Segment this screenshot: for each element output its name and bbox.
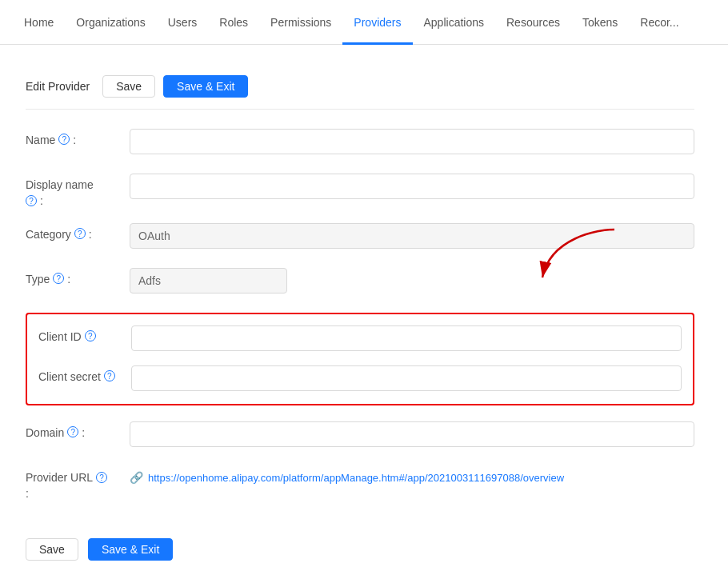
nav-item-roles[interactable]: Roles xyxy=(208,0,259,45)
provider-url-link[interactable]: https://openhome.alipay.com/platform/app… xyxy=(148,472,564,484)
client-secret-label: Client secret ? xyxy=(27,365,131,383)
form-row-provider-url: Provider URL ? : 🔗 https://openhome.alip… xyxy=(26,466,694,500)
name-input[interactable] xyxy=(130,129,694,154)
domain-input[interactable] xyxy=(130,421,694,447)
edit-provider-bar: Edit Provider Save Save & Exit xyxy=(26,64,694,110)
nav-item-records[interactable]: Recor... xyxy=(629,0,690,45)
type-input[interactable] xyxy=(130,268,287,293)
category-input[interactable] xyxy=(130,223,694,249)
provider-url-help-icon[interactable]: ? xyxy=(96,472,107,483)
name-label: Name ? : xyxy=(26,129,130,146)
form-row-client-id: Client ID ? xyxy=(27,325,682,354)
display-name-label: Display name ? : xyxy=(26,174,130,207)
client-credentials-section: Client ID ? Client secret ? xyxy=(26,313,694,405)
form-row-type: Type ? : xyxy=(26,268,694,297)
display-name-help-icon[interactable]: ? xyxy=(26,195,37,206)
nav-item-users[interactable]: Users xyxy=(157,0,209,45)
client-id-help-icon[interactable]: ? xyxy=(85,330,96,341)
client-id-input[interactable] xyxy=(131,325,682,351)
type-label: Type ? : xyxy=(26,268,130,286)
domain-label: Domain ? : xyxy=(26,421,130,439)
nav-item-providers[interactable]: Providers xyxy=(342,0,412,45)
save-exit-button-top[interactable]: Save & Exit xyxy=(163,75,248,98)
nav-item-permissions[interactable]: Permissions xyxy=(259,0,342,45)
link-icon: 🔗 xyxy=(130,471,143,484)
nav-item-home[interactable]: Home xyxy=(13,0,65,45)
top-navigation: Home Organizations Users Roles Permissio… xyxy=(0,0,728,45)
display-name-input[interactable] xyxy=(130,174,694,199)
form-row-category: Category ? : xyxy=(26,223,694,252)
form-row-name: Name ? : xyxy=(26,129,694,158)
form-row-display-name: Display name ? : xyxy=(26,174,694,207)
domain-help-icon[interactable]: ? xyxy=(67,426,78,437)
provider-url-label: Provider URL ? : xyxy=(26,466,130,500)
form-row-domain: Domain ? : xyxy=(26,421,694,450)
save-exit-button-bottom[interactable]: Save & Exit xyxy=(88,538,173,561)
name-help-icon[interactable]: ? xyxy=(58,134,70,145)
provider-url-value: 🔗 https://openhome.alipay.com/platform/a… xyxy=(130,466,694,484)
client-secret-input[interactable] xyxy=(131,365,682,391)
category-help-icon[interactable]: ? xyxy=(74,228,86,239)
form-row-client-secret: Client secret ? xyxy=(27,365,682,394)
nav-item-tokens[interactable]: Tokens xyxy=(571,0,629,45)
bottom-actions: Save Save & Exit xyxy=(26,525,694,561)
main-content: Edit Provider Save Save & Exit Name ? : … xyxy=(0,45,720,575)
save-button-bottom[interactable]: Save xyxy=(26,538,78,561)
nav-item-applications[interactable]: Applications xyxy=(413,0,496,45)
edit-provider-label: Edit Provider xyxy=(26,80,90,93)
nav-item-resources[interactable]: Resources xyxy=(495,0,571,45)
client-secret-help-icon[interactable]: ? xyxy=(104,370,115,381)
save-button-top[interactable]: Save xyxy=(102,75,155,98)
nav-item-organizations[interactable]: Organizations xyxy=(65,0,156,45)
type-help-icon[interactable]: ? xyxy=(53,273,64,284)
client-id-label: Client ID ? xyxy=(27,325,131,343)
category-label: Category ? : xyxy=(26,223,130,241)
